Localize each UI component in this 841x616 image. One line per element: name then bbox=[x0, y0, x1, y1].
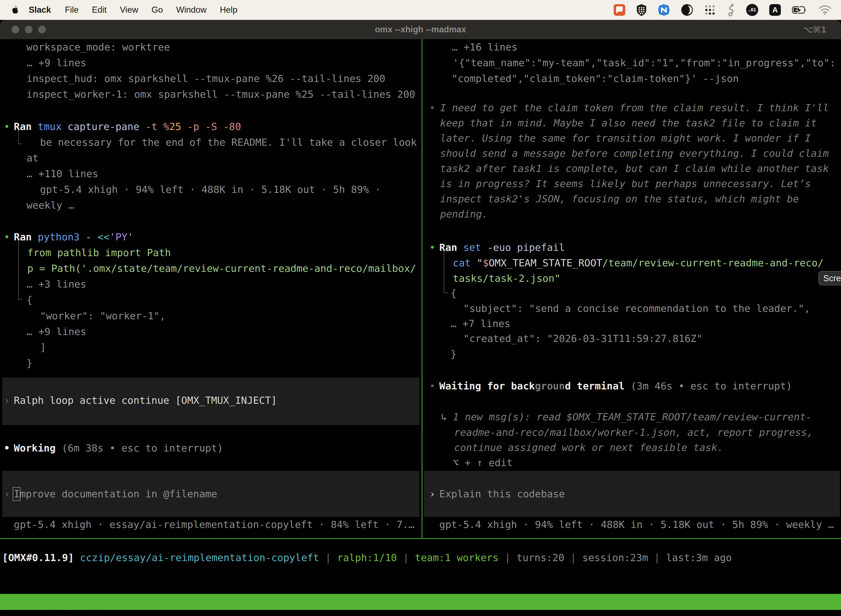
window-title: omx --xhigh --madmax bbox=[0, 20, 841, 39]
terminal-line: from pathlib import Path bbox=[27, 245, 171, 261]
terminal-line: Waiting for background terminal (3m 46s … bbox=[439, 378, 792, 394]
tmux-status-bar: [omx-cczip0:bash* "MacBook-Pro-44.local"… bbox=[0, 594, 841, 610]
menu-bar: SlackFileEditViewGoWindowHelp bbox=[0, 0, 841, 20]
tmux-session-window-label: [omx-cczip0:bash* bbox=[2, 610, 104, 616]
terminal-line: [OMX#0.11.9] cczip/essay/ai-reimplementa… bbox=[2, 550, 732, 566]
terminal-line: inspect_worker-1: omx sparkshell --tmux-… bbox=[26, 87, 415, 102]
terminal-line: … +9 lines bbox=[26, 324, 86, 339]
terminal-line: › bbox=[4, 486, 10, 502]
timer-badge-text: ..61 bbox=[748, 7, 756, 13]
terminal-line: "completed","claim_token":"claim-token"}… bbox=[452, 70, 738, 87]
menu-item-go[interactable]: Go bbox=[145, 5, 169, 15]
terminal-line: "worker": "worker-1", bbox=[40, 308, 166, 324]
blue-badge-icon[interactable] bbox=[658, 4, 670, 16]
terminal-line: workspace_mode: worktree bbox=[26, 39, 170, 55]
battery-charging-icon[interactable] bbox=[792, 6, 807, 14]
terminal-line: readme-and-reco/mailbox/worker-1.json, a… bbox=[454, 424, 813, 440]
menu-item-window[interactable]: Window bbox=[169, 5, 213, 15]
apple-icon bbox=[12, 6, 19, 14]
terminal-line: inspect_hud: omx sparkshell --tmux-pane … bbox=[26, 70, 385, 87]
terminal-line: "created_at": "2026-03-31T11:59:27.816Z" bbox=[463, 331, 702, 346]
output-connector bbox=[18, 239, 22, 300]
terminal-line: } bbox=[26, 355, 32, 371]
terminal-line: Improve documentation in @filename bbox=[14, 486, 217, 502]
input-source-icon[interactable]: A bbox=[769, 4, 781, 16]
menu-item-file[interactable]: File bbox=[58, 5, 85, 15]
terminal-line: • bbox=[429, 100, 435, 116]
window-shortcut-hint: ⌥⌘1 bbox=[803, 20, 827, 39]
terminal-line: • bbox=[429, 378, 435, 394]
dots-grid-icon[interactable] bbox=[704, 4, 716, 16]
terminal-line: p = Path('.omx/state/team/review-current… bbox=[27, 261, 416, 276]
terminal-line: be necessary for the end of the README. … bbox=[40, 134, 417, 150]
terminal-line: later. Using the same for transition mig… bbox=[440, 130, 811, 146]
terminal-line: … +3 lines bbox=[26, 276, 86, 292]
terminal-window: omx --xhigh --madmax ⌥⌘1 workspace_mode:… bbox=[0, 20, 841, 616]
moon-circle-icon[interactable] bbox=[681, 4, 693, 16]
terminal-line: Ran set -euo pipefail bbox=[439, 239, 565, 255]
terminal-line: ⌥ + ↑ edit bbox=[453, 455, 513, 471]
terminal-line: weekly … bbox=[26, 197, 74, 213]
terminal-line: › bbox=[4, 392, 10, 408]
menu-item-slack[interactable]: Slack bbox=[22, 5, 58, 15]
timer-badge-icon[interactable]: ..61 bbox=[746, 4, 758, 16]
terminal-line: I need to get the claim token from the c… bbox=[440, 100, 829, 116]
terminal-line: › bbox=[429, 486, 435, 502]
terminal-line: … +7 lines bbox=[451, 316, 510, 331]
terminal-line: gpt-5.4 xhigh · essay/ai-reimplementatio… bbox=[14, 517, 415, 532]
terminal-line: Working (6m 38s • esc to interrupt) bbox=[14, 440, 223, 456]
terminal-line: Ran python3 - <<'PY' bbox=[14, 229, 133, 245]
terminal-line: { bbox=[26, 292, 32, 308]
terminal-line: • bbox=[4, 119, 10, 134]
chat-bubble-tail bbox=[616, 11, 619, 13]
menu-items: SlackFileEditViewGoWindowHelp bbox=[22, 5, 244, 15]
terminal-line: "subject": "send a concise recommendatio… bbox=[463, 301, 810, 316]
terminal-line: Ralph loop active continue [OMX_TMUX_INJ… bbox=[14, 392, 277, 408]
terminal-line: … +110 lines bbox=[26, 166, 98, 182]
terminal-line: inspect task2's JSON, focusing on the st… bbox=[440, 191, 799, 207]
text-cursor bbox=[13, 487, 21, 501]
terminal-line: tasks/task-2.json" bbox=[453, 270, 560, 286]
terminal-line: task2 after task1 is complete, but can I… bbox=[440, 161, 829, 176]
terminal-line: continue assigned work or next feasible … bbox=[454, 440, 723, 455]
tmux-pane-divider[interactable] bbox=[422, 39, 422, 538]
terminal-line: Ran tmux capture-pane -t %25 -p -S -80 bbox=[14, 119, 241, 134]
menu-status-icons: ..61 A bbox=[614, 4, 841, 16]
terminal-line: pending. bbox=[440, 206, 488, 222]
terminal-line: • bbox=[429, 239, 435, 255]
menu-item-view[interactable]: View bbox=[113, 5, 145, 15]
menu-item-help[interactable]: Help bbox=[213, 5, 244, 15]
terminal-line: keep that in mind. Maybe I also need the… bbox=[440, 115, 817, 131]
terminal-line: ↳ 1 new msg(s): read $OMX_TEAM_STATE_ROO… bbox=[441, 409, 812, 425]
terminal-line: '{"team_name":"my-team","task_id":"1","f… bbox=[453, 55, 835, 70]
terminal-line: … +9 lines bbox=[26, 55, 86, 70]
menu-item-edit[interactable]: Edit bbox=[85, 5, 113, 15]
terminal-line: is in progress? It seems likely but perh… bbox=[440, 176, 811, 192]
apple-menu-icon[interactable] bbox=[12, 6, 19, 14]
output-connector bbox=[444, 249, 448, 293]
squiggle-icon[interactable] bbox=[727, 4, 735, 16]
tmux-pane-horizontal-border bbox=[0, 538, 841, 539]
screen-capture-tooltip: Scre bbox=[818, 271, 841, 285]
input-source-letter: A bbox=[772, 6, 778, 14]
shield-icon[interactable] bbox=[636, 4, 647, 16]
terminal-line: cat "$OMX_TEAM_STATE_ROOT/team/review-cu… bbox=[453, 255, 823, 271]
chat-app-icon[interactable] bbox=[614, 4, 625, 16]
terminal-line: at bbox=[26, 150, 38, 166]
terminal-line: should send a message before completing … bbox=[440, 145, 829, 161]
terminal-line: ] bbox=[40, 339, 46, 355]
wifi-icon[interactable] bbox=[818, 5, 832, 15]
terminal-line: Explain this codebase bbox=[439, 486, 565, 502]
terminal-line: } bbox=[451, 346, 457, 362]
terminal-line: gpt-5.4 xhigh · 94% left · 488K in · 5.1… bbox=[439, 517, 834, 532]
terminal-line: gpt-5.4 xhigh · 94% left · 488K in · 5.1… bbox=[40, 182, 381, 197]
terminal-line: • bbox=[4, 440, 10, 456]
terminal-line: • bbox=[4, 229, 10, 245]
window-title-bar: omx --xhigh --madmax ⌥⌘1 bbox=[0, 20, 841, 39]
terminal-line: … +16 lines bbox=[452, 39, 517, 55]
terminal-line: { bbox=[451, 285, 457, 301]
